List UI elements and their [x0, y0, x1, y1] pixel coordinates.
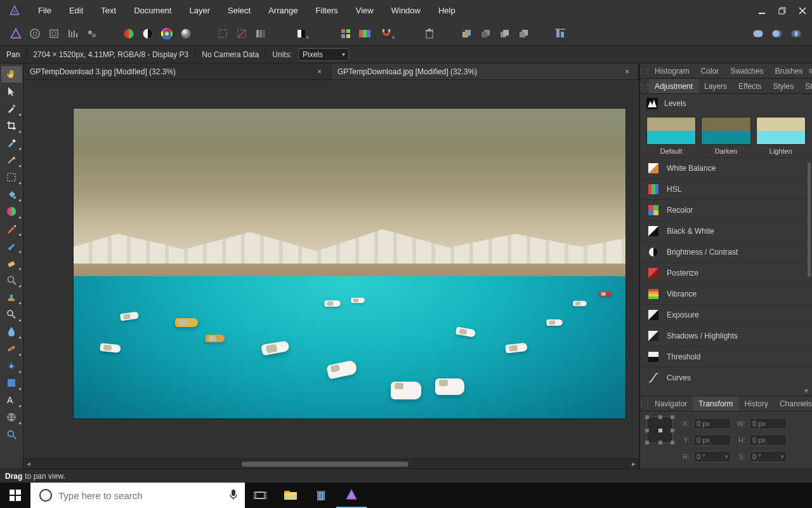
tab-histogram[interactable]: Histogram	[649, 64, 695, 78]
tab-channels[interactable]: Channels	[774, 396, 812, 411]
tab-close-icon[interactable]: ×	[622, 67, 632, 76]
channels-icon[interactable]	[252, 25, 269, 42]
canvas-viewport[interactable]	[23, 80, 639, 458]
tool-selection-brush[interactable]	[1, 135, 22, 151]
preset-default[interactable]: Default	[646, 117, 696, 155]
persona-export-icon[interactable]	[84, 25, 100, 42]
window-min-icon[interactable]	[757, 6, 766, 15]
recycle-bin-icon[interactable]	[306, 483, 336, 508]
tab-stock[interactable]: Stock	[799, 79, 812, 93]
tool-gradient[interactable]	[1, 203, 22, 220]
tool-crop[interactable]	[1, 117, 22, 134]
menu-text[interactable]: Text	[92, 0, 125, 22]
align-icon[interactable]	[552, 25, 568, 42]
mic-icon[interactable]	[222, 489, 245, 502]
tool-move[interactable]	[1, 83, 22, 100]
adj-curves[interactable]: Curves	[640, 367, 812, 388]
tool-erase[interactable]	[1, 255, 22, 271]
transform-x[interactable]: 0 px	[693, 418, 731, 429]
tool-clone[interactable]	[1, 289, 22, 305]
trash-icon[interactable]	[421, 25, 438, 42]
adj-brightness-contrast[interactable]: Brightness / Contrast	[640, 241, 812, 262]
window-close-icon[interactable]	[798, 6, 807, 15]
affinity-photo-taskbar-icon[interactable]	[336, 483, 367, 508]
scroll-indicator[interactable]	[808, 163, 811, 277]
adj-posterize[interactable]: Posterize	[640, 262, 812, 283]
tool-pencil[interactable]	[1, 220, 22, 237]
colorwheel-icon[interactable]	[159, 25, 175, 42]
scroll-down-icon[interactable]: ▼	[803, 387, 809, 394]
move-forward-icon[interactable]	[496, 25, 513, 42]
tab-effects[interactable]: Effects	[733, 79, 767, 93]
panel-grip-icon[interactable]: ⋮⋮	[640, 64, 649, 78]
split-view-icon[interactable]	[121, 25, 137, 42]
panel-grip-icon[interactable]: ⋮⋮	[640, 79, 649, 93]
transform-anchor[interactable]	[646, 417, 673, 443]
transform-s[interactable]: 0 °	[749, 451, 787, 462]
menu-edit[interactable]: Edit	[60, 0, 92, 22]
tool-mesh[interactable]	[1, 409, 22, 425]
tool-pen[interactable]	[1, 358, 22, 374]
tool-marquee[interactable]	[1, 169, 22, 185]
task-view-icon[interactable]	[245, 483, 275, 508]
tab-history[interactable]: History	[739, 396, 774, 411]
document-tab[interactable]: GPTempDownload 3.jpg [Modified] (32.3%) …	[23, 64, 331, 79]
bool-add-icon[interactable]	[750, 25, 766, 42]
tab-close-icon[interactable]: ×	[315, 67, 324, 76]
tool-magic-wand[interactable]	[1, 152, 22, 168]
menu-document[interactable]: Document	[125, 0, 180, 22]
preset-lighten[interactable]: Lighten	[756, 117, 806, 155]
adj-black-white[interactable]: Black & White	[640, 220, 812, 241]
search-input[interactable]	[58, 490, 222, 501]
menu-help[interactable]: Help	[429, 0, 464, 22]
scroll-thumb[interactable]	[242, 462, 409, 467]
window-restore-icon[interactable]	[778, 6, 787, 15]
bool-intersect-icon[interactable]	[788, 25, 804, 42]
tab-styles[interactable]: Styles	[768, 79, 800, 93]
scroll-left-icon[interactable]: ◄	[23, 460, 34, 467]
taskbar-search[interactable]	[30, 483, 245, 508]
transform-r[interactable]: 0 °	[693, 451, 731, 462]
move-front-icon[interactable]	[458, 25, 475, 42]
panel-grip-icon[interactable]: ⋮⋮	[640, 396, 649, 411]
start-button[interactable]	[0, 483, 30, 508]
document-tab[interactable]: GPTempDownload.jpg [Modified] (32.3%) ×	[331, 64, 639, 79]
menu-select[interactable]: Select	[219, 0, 259, 22]
menu-view[interactable]: View	[347, 0, 383, 22]
tool-shape[interactable]	[1, 375, 22, 391]
tool-zoom[interactable]	[1, 426, 22, 443]
tool-color-picker[interactable]	[1, 100, 22, 117]
menu-file[interactable]: File	[29, 0, 60, 22]
scroll-right-icon[interactable]: ►	[629, 460, 639, 467]
menu-window[interactable]: Window	[383, 0, 429, 22]
quickmask-dropdown[interactable]: ▼	[289, 25, 317, 42]
adj-recolor[interactable]: Recolor	[640, 199, 812, 220]
tab-swatches[interactable]: Swatches	[724, 64, 769, 78]
no-selection-icon[interactable]	[233, 25, 250, 42]
tool-dodge[interactable]	[1, 306, 22, 323]
swatch-row-icon[interactable]	[357, 25, 373, 42]
move-back-icon[interactable]	[477, 25, 494, 42]
menu-layer[interactable]: Layer	[180, 0, 219, 22]
horizontal-scrollbar[interactable]: ◄ ►	[23, 458, 639, 469]
tab-transform[interactable]: Transform	[693, 396, 738, 411]
tool-hand[interactable]	[1, 66, 22, 83]
tab-layers[interactable]: Layers	[698, 79, 733, 93]
tool-blur[interactable]	[1, 323, 22, 340]
transform-w[interactable]: 0 px	[749, 418, 787, 429]
adj-vibrance[interactable]: Vibrance	[640, 283, 812, 304]
adjustment-list[interactable]: White Balance HSL Recolor Black & White …	[640, 157, 812, 396]
marquee-icon[interactable]	[214, 25, 231, 42]
menu-arrange[interactable]: Arrange	[259, 0, 306, 22]
menu-filters[interactable]: Filters	[306, 0, 346, 22]
persona-photo-icon[interactable]	[8, 25, 24, 42]
persona-tone-icon[interactable]	[65, 25, 81, 42]
persona-liquify-icon[interactable]	[27, 25, 43, 42]
sphere-icon[interactable]	[178, 25, 194, 42]
tool-healing[interactable]	[1, 340, 22, 357]
bool-subtract-icon[interactable]	[769, 25, 785, 42]
persona-develop-icon[interactable]	[46, 25, 62, 42]
units-select[interactable]: Pixels	[298, 48, 349, 61]
tool-zoom-loupe[interactable]	[1, 272, 22, 288]
contrast-icon[interactable]	[140, 25, 156, 42]
